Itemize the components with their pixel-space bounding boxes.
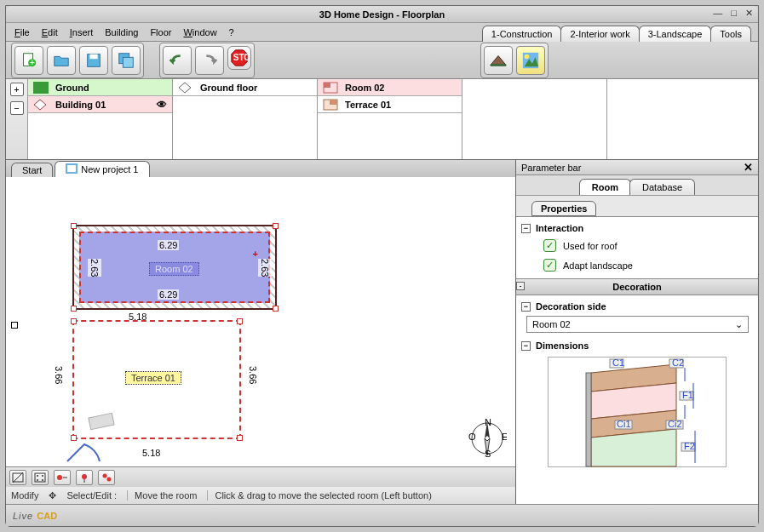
tab-construction[interactable]: 1-Construction [482, 26, 562, 42]
hier-room[interactable]: Room 02 [318, 79, 462, 96]
maximize-button[interactable]: □ [731, 8, 737, 19]
menu-edit[interactable]: Edit [42, 27, 58, 37]
dimensions-diagram: C1 C2 F1 Ci1 Ci2 F2 [548, 357, 727, 467]
undo-button[interactable] [163, 46, 192, 75]
hier-groundfloor[interactable]: Ground floor [173, 79, 317, 96]
handle-se[interactable] [237, 435, 243, 441]
menu-insert[interactable]: Insert [70, 27, 94, 37]
dim-top-w: 6.29 [158, 240, 179, 250]
parambar-tabs: Room Database [516, 175, 758, 195]
tab-database[interactable]: Database [629, 179, 695, 195]
menu-building[interactable]: Building [105, 27, 138, 37]
save-as-button[interactable] [112, 46, 141, 75]
collapse-icon[interactable]: − [521, 302, 531, 312]
floorplan-canvas[interactable]: Room 02 + 6.29 6.29 2.63 2.63 5.18 Terra… [6, 177, 515, 466]
hier-ground[interactable]: Ground [28, 79, 172, 96]
status-bar: Modify ✥ Select/Edit : Move the room Cli… [6, 487, 515, 504]
roof-tool-button[interactable] [484, 46, 513, 75]
dim-left-h: 2.63 [88, 259, 101, 277]
furniture-icon [86, 407, 120, 432]
room-label: Room 02 [149, 262, 199, 276]
tab-interior[interactable]: 2-Interior work [560, 26, 639, 42]
dim-bot-w: 6.29 [158, 289, 179, 300]
handle-nw[interactable] [71, 318, 77, 324]
check-adapt-landscape[interactable]: ✓ Adapt landscape [521, 255, 753, 275]
properties-panel: − Interaction ✓ Used for roof ✓ Adapt la… [516, 216, 758, 504]
tab-landscape[interactable]: 3-Landscape [639, 26, 712, 42]
handle-ne[interactable] [237, 318, 243, 324]
terrace-outline[interactable]: Terrace 01 [72, 320, 241, 439]
svg-text:S: S [485, 449, 491, 458]
minimize-button[interactable]: — [713, 8, 722, 19]
stop-button[interactable]: STOP [227, 46, 251, 70]
svg-rect-20 [67, 165, 76, 172]
collapse-icon[interactable]: − [521, 224, 531, 233]
handle-ne[interactable] [273, 223, 279, 229]
handle-nw[interactable] [71, 223, 77, 229]
menu-file[interactable]: File [14, 27, 30, 37]
status-modify: Modify [11, 490, 38, 501]
menu-floor[interactable]: Floor [150, 27, 171, 37]
dim-terrace-lh: 3.66 [52, 366, 66, 384]
toolbar: + STOP [6, 42, 758, 79]
menu-help[interactable]: ? [229, 27, 234, 37]
open-button[interactable] [47, 46, 76, 75]
tool-4[interactable] [76, 470, 93, 485]
origin-cross-icon: + [253, 249, 258, 259]
svg-rect-31 [35, 473, 45, 482]
hierarchy-panel: + − Ground Building 01 👁 Ground floor [6, 79, 758, 160]
redo-button[interactable] [195, 46, 224, 75]
tab-start[interactable]: Start [11, 163, 53, 177]
mode-tabs: 1-Construction 2-Interior work 3-Landsca… [483, 26, 751, 42]
hier-building[interactable]: Building 01 👁 [28, 96, 172, 113]
menu-window[interactable]: Window [183, 27, 216, 37]
group-interaction[interactable]: − Interaction [521, 220, 753, 236]
checkbox-icon[interactable]: ✓ [543, 259, 556, 272]
expand-button[interactable]: + [10, 83, 24, 96]
group-decoration-side[interactable]: − Decoration side [521, 299, 753, 314]
tab-project[interactable]: New project 1 [55, 161, 149, 177]
svg-point-40 [103, 473, 107, 478]
handle-sw[interactable] [71, 306, 77, 312]
visibility-icon[interactable]: 👁 [157, 99, 167, 111]
svg-text:Ci1: Ci1 [617, 419, 631, 429]
subtab-properties[interactable]: Properties [531, 201, 596, 216]
svg-rect-21 [89, 413, 114, 430]
tab-room[interactable]: Room [579, 179, 631, 195]
tab-tools[interactable]: Tools [710, 26, 751, 42]
menubar: File Edit Insert Building Floor Window ?… [6, 23, 758, 42]
room-icon [323, 82, 338, 94]
parambar-close-button[interactable]: ✕ [744, 161, 753, 174]
decoration-side-select[interactable]: Room 02 ⌄ [526, 316, 749, 333]
svg-point-11 [525, 54, 530, 58]
tool-1[interactable] [9, 470, 26, 485]
hierarchy-side: + − [6, 79, 28, 159]
collapse-button[interactable]: − [10, 101, 24, 115]
svg-point-32 [37, 475, 38, 477]
hierarchy-col-2: Ground floor [173, 79, 318, 159]
collapse-mini-icon[interactable]: - [516, 282, 525, 290]
origin-marker [11, 322, 18, 329]
svg-line-30 [13, 472, 23, 483]
group-decoration[interactable]: - Decoration [516, 278, 758, 295]
tool-5[interactable] [98, 470, 115, 485]
new-doc-button[interactable]: + [14, 46, 43, 75]
project-icon [66, 163, 78, 175]
status-hint: Click & drag to move the selected room (… [207, 490, 431, 501]
close-button[interactable]: ✕ [745, 8, 753, 19]
collapse-icon[interactable]: − [521, 341, 531, 351]
svg-rect-6 [123, 57, 133, 67]
save-button[interactable] [79, 46, 108, 75]
handle-se[interactable] [273, 306, 279, 312]
tool-3[interactable] [54, 470, 71, 485]
landscape-tool-button[interactable] [516, 46, 545, 75]
check-used-for-roof[interactable]: ✓ Used for roof [521, 236, 753, 255]
status-action: Move the room [127, 490, 197, 501]
hier-terrace[interactable]: Terrace 01 [318, 96, 462, 113]
dim-terrace-rh: 3.66 [246, 366, 260, 384]
group-dimensions[interactable]: − Dimensions [521, 338, 753, 353]
checkbox-icon[interactable]: ✓ [543, 239, 556, 252]
svg-point-36 [57, 475, 62, 480]
tool-2[interactable] [32, 470, 49, 485]
svg-text:E: E [502, 432, 507, 442]
